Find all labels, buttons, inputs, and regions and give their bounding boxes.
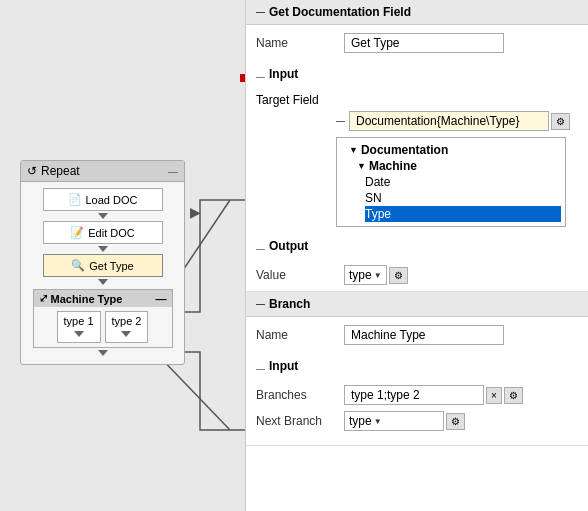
documentation-tree: ▼ Documentation ▼ Machine Date SN Type bbox=[336, 137, 566, 227]
branch-arrow-2 bbox=[121, 331, 131, 337]
value-gear-btn[interactable]: ⚙ bbox=[389, 267, 408, 284]
arrow-2 bbox=[98, 246, 108, 252]
get-type-label: Get Type bbox=[89, 260, 133, 272]
panel-arrow: ▶ bbox=[190, 204, 201, 220]
output-header-row: — Output bbox=[256, 239, 578, 259]
value-select-text: type bbox=[349, 268, 372, 282]
sn-label: SN bbox=[365, 191, 382, 205]
machine-label: Machine bbox=[369, 159, 417, 173]
branch-collapse-icon[interactable]: — bbox=[256, 299, 265, 309]
value-label: Value bbox=[256, 268, 336, 282]
branches-label: Branches bbox=[256, 388, 336, 402]
target-field-label-row: Target Field bbox=[256, 93, 578, 107]
get-doc-input-section: — Input Target Field — ⚙ ▼ Documentation… bbox=[246, 67, 588, 233]
value-select[interactable]: type ▼ bbox=[344, 265, 387, 285]
target-field-input-row: — ⚙ bbox=[336, 111, 578, 131]
doc-label: Documentation bbox=[361, 143, 448, 157]
branch-type1-label: type 1 bbox=[64, 315, 94, 327]
right-panel: — Get Documentation Field Name — Input T… bbox=[245, 0, 588, 511]
branch-input-label: Input bbox=[269, 359, 298, 373]
get-type-icon: 🔍 bbox=[71, 259, 85, 272]
doc-expand-icon: ▼ bbox=[349, 145, 358, 155]
tree-date[interactable]: Date bbox=[365, 174, 561, 190]
branch-type2-label: type 2 bbox=[112, 315, 142, 327]
branches-close-btn[interactable]: × bbox=[486, 387, 502, 404]
get-doc-collapse-icon[interactable]: — bbox=[256, 7, 265, 17]
type-label: Type bbox=[365, 207, 391, 221]
load-doc-icon: 📄 bbox=[68, 193, 82, 206]
branch-name-field-row: Name bbox=[256, 325, 578, 345]
branch-input-section: — Input Branches × ⚙ Next Branch type ▼ bbox=[246, 359, 588, 445]
target-field-gear-btn[interactable]: ⚙ bbox=[551, 113, 570, 130]
get-doc-output-section: — Output Value type ▼ ⚙ bbox=[246, 233, 588, 291]
branches-input-container: × ⚙ bbox=[344, 385, 523, 405]
next-branch-select-text: type bbox=[349, 414, 372, 428]
get-doc-title-bar: — Get Documentation Field bbox=[246, 0, 588, 25]
branch-title-bar: — Branch bbox=[246, 292, 588, 317]
repeat-icon: ↺ bbox=[27, 164, 37, 178]
branch-item-type2[interactable]: type 2 bbox=[105, 311, 149, 343]
tree-sn[interactable]: SN bbox=[365, 190, 561, 206]
next-branch-label: Next Branch bbox=[256, 414, 336, 428]
branch-section: — Branch Name — Input Branches × ⚙ bbox=[246, 292, 588, 446]
repeat-title: Repeat bbox=[41, 164, 80, 178]
minimize-button[interactable]: — bbox=[168, 166, 178, 177]
next-branch-container: type ▼ ⚙ bbox=[344, 411, 465, 431]
machine-expand-icon: ▼ bbox=[357, 161, 366, 171]
get-doc-section: — Get Documentation Field Name — Input T… bbox=[246, 0, 588, 292]
branch-item-type1[interactable]: type 1 bbox=[57, 311, 101, 343]
branch-name-row: Name bbox=[246, 317, 588, 359]
repeat-header: ↺ Repeat — bbox=[21, 161, 184, 182]
branches-input[interactable] bbox=[344, 385, 484, 405]
branches-gear-btn[interactable]: ⚙ bbox=[504, 387, 523, 404]
branch-title: Branch bbox=[269, 297, 310, 311]
branches-row: Branches × ⚙ bbox=[256, 385, 578, 405]
workflow-canvas: ↺ Repeat — 📄 Load DOC 📝 Edit DOC 🔍 Get T… bbox=[0, 0, 245, 511]
input-collapse-icon[interactable]: — bbox=[256, 72, 265, 82]
repeat-body: 📄 Load DOC 📝 Edit DOC 🔍 Get Type ⤢ bbox=[21, 182, 184, 364]
load-doc-node[interactable]: 📄 Load DOC bbox=[43, 188, 163, 211]
output-section-label: Output bbox=[269, 239, 308, 253]
edit-doc-label: Edit DOC bbox=[88, 227, 134, 239]
next-branch-arrow: ▼ bbox=[374, 417, 382, 426]
branch-name-label: Name bbox=[256, 328, 336, 342]
branch-arrow-1 bbox=[74, 331, 84, 337]
name-label: Name bbox=[256, 36, 336, 50]
get-doc-name-row: Name bbox=[246, 25, 588, 67]
arrow-3 bbox=[98, 279, 108, 285]
branch-input-collapse-icon[interactable]: — bbox=[256, 364, 265, 374]
value-select-arrow: ▼ bbox=[374, 271, 382, 280]
output-collapse-icon[interactable]: — bbox=[256, 244, 265, 254]
edit-doc-node[interactable]: 📝 Edit DOC bbox=[43, 221, 163, 244]
load-doc-label: Load DOC bbox=[86, 194, 138, 206]
tree-minus-icon[interactable]: — bbox=[336, 116, 345, 126]
arrow-4 bbox=[98, 350, 108, 356]
tree-expand-doc[interactable]: ▼ Documentation bbox=[349, 142, 561, 158]
input-header-row: — Input bbox=[256, 67, 578, 87]
branch-block-header: ⤢ Machine Type — bbox=[34, 290, 172, 307]
date-label: Date bbox=[365, 175, 390, 189]
input-section-label: Input bbox=[269, 67, 298, 81]
tree-type[interactable]: Type bbox=[365, 206, 561, 222]
get-type-node[interactable]: 🔍 Get Type bbox=[43, 254, 163, 277]
next-branch-row: Next Branch type ▼ ⚙ bbox=[256, 411, 578, 431]
target-field-input[interactable] bbox=[349, 111, 549, 131]
name-input[interactable] bbox=[344, 33, 504, 53]
name-field-row: Name bbox=[256, 33, 578, 53]
repeat-block: ↺ Repeat — 📄 Load DOC 📝 Edit DOC 🔍 Get T… bbox=[20, 160, 185, 365]
next-branch-gear-btn[interactable]: ⚙ bbox=[446, 413, 465, 430]
arrow-1 bbox=[98, 213, 108, 219]
value-select-container: type ▼ ⚙ bbox=[344, 265, 408, 285]
target-field-label: Target Field bbox=[256, 93, 336, 107]
branch-icon: ⤢ bbox=[39, 292, 48, 305]
get-doc-title: Get Documentation Field bbox=[269, 5, 411, 19]
branch-block-title: Machine Type bbox=[51, 293, 123, 305]
tree-expand-machine[interactable]: ▼ Machine bbox=[357, 158, 561, 174]
repeat-header-left: ↺ Repeat bbox=[27, 164, 80, 178]
edit-doc-icon: 📝 bbox=[70, 226, 84, 239]
branch-minimize-btn[interactable]: — bbox=[156, 293, 167, 305]
next-branch-select[interactable]: type ▼ bbox=[344, 411, 444, 431]
branch-input-header: — Input bbox=[256, 359, 578, 379]
branch-name-input[interactable] bbox=[344, 325, 504, 345]
machine-type-block: ⤢ Machine Type — type 1 type 2 bbox=[33, 289, 173, 348]
